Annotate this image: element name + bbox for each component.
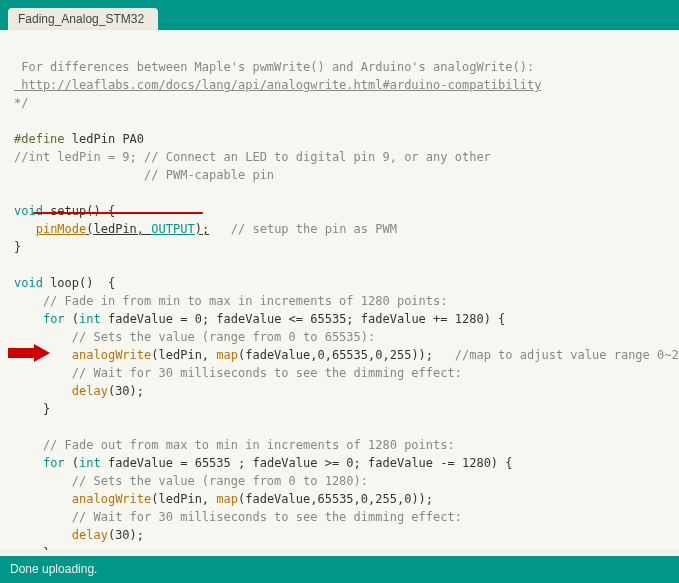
for-body: fadeValue = 65535 ; fadeValue >= 0; fade… xyxy=(101,456,513,470)
brace: } xyxy=(14,240,21,254)
tab-fading-analog[interactable]: Fading_Analog_STM32 xyxy=(8,8,158,30)
code-editor[interactable]: For differences between Maple's pwmWrite… xyxy=(0,30,679,550)
comment-line: // Wait for 30 milliseconds to see the d… xyxy=(14,366,462,380)
status-message: Done uploading. xyxy=(10,562,97,576)
comment-line: // Fade out from max to min in increment… xyxy=(14,438,455,452)
paren: ( xyxy=(65,456,79,470)
status-bar: Done uploading. xyxy=(0,556,679,583)
output-const: OUTPUT xyxy=(151,222,194,236)
for-body: fadeValue = 0; fadeValue <= 65535; fadeV… xyxy=(101,312,506,326)
comment-line: // Fade in from min to max in increments… xyxy=(14,294,447,308)
paren: () { xyxy=(79,276,115,290)
delay-fn: delay xyxy=(72,528,108,542)
tab-bar: Fading_Analog_STM32 xyxy=(0,6,679,30)
comment-line: //map to adjust value range 0~255 xyxy=(433,348,679,362)
int-keyword: int xyxy=(79,312,101,326)
args: (fadeValue,0,65535,0,255)); xyxy=(238,348,433,362)
define-keyword: #define xyxy=(14,132,65,146)
red-arrow-annotation xyxy=(8,344,50,362)
args: (fadeValue,65535,0,255,0)); xyxy=(238,492,433,506)
comment-line: For differences between Maple's pwmWrite… xyxy=(14,60,534,74)
comment-line: // Wait for 30 milliseconds to see the d… xyxy=(14,510,462,524)
comment-link[interactable]: http://leaflabs.com/docs/lang/api/analog… xyxy=(14,78,541,92)
int-keyword: int xyxy=(79,456,101,470)
void-keyword: void xyxy=(14,276,43,290)
args: (ledPin, xyxy=(151,492,216,506)
for-keyword: for xyxy=(43,456,65,470)
args: (ledPin, xyxy=(151,348,216,362)
comment-line: //int ledPin = 9; // Connect an LED to d… xyxy=(14,150,491,164)
comment-line: // PWM-capable pin xyxy=(14,168,274,182)
define-value: ledPin PA0 xyxy=(65,132,144,146)
setup-fn: setup xyxy=(43,204,86,218)
args: (30); xyxy=(108,528,144,542)
analogwrite-fn: analogWrite xyxy=(72,492,151,506)
analogwrite-fn: analogWrite xyxy=(72,348,151,362)
brace: } xyxy=(14,402,50,416)
comment-line: // Sets the value (range from 0 to 1280)… xyxy=(14,474,368,488)
brace: } xyxy=(14,546,50,550)
paren: ( xyxy=(65,312,79,326)
void-keyword: void xyxy=(14,204,43,218)
paren: ); xyxy=(195,222,209,236)
args: (30); xyxy=(108,384,144,398)
map-fn: map xyxy=(216,492,238,506)
delay-fn: delay xyxy=(72,384,108,398)
comment-line: // Sets the value (range from 0 to 65535… xyxy=(14,330,375,344)
comment-line: // setup the pin as PWM xyxy=(209,222,397,236)
loop-fn: loop xyxy=(43,276,79,290)
pinmode-args: (ledPin, xyxy=(86,222,151,236)
pinmode-fn: pinMode xyxy=(36,222,87,236)
comment-end: */ xyxy=(14,96,28,110)
red-underline-annotation xyxy=(33,212,203,214)
paren: () { xyxy=(86,204,115,218)
for-keyword: for xyxy=(43,312,65,326)
map-fn: map xyxy=(216,348,238,362)
